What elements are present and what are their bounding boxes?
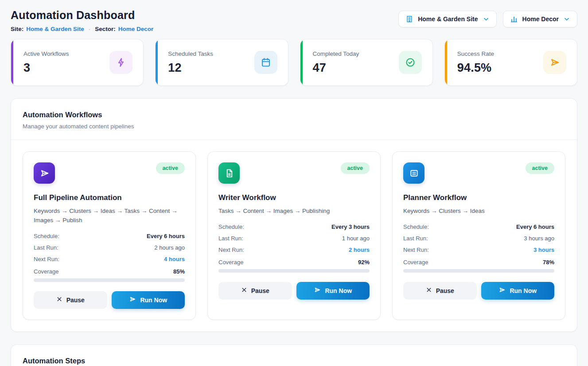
stat-label: Active Workflows [23,50,69,57]
pause-button[interactable]: Pause [403,282,477,300]
sector-selector-label: Home Decor [522,15,559,23]
accent-stripe [445,39,447,85]
stat-card-scheduled-tasks: Scheduled Tasks 12 [155,39,288,86]
coverage-progress-bar [34,278,185,282]
chevron-down-icon [563,15,570,23]
last-run-row: Last Run: 1 hour ago [218,235,370,242]
sector-link[interactable]: Home Decor [118,26,154,32]
stat-value: 94.5% [457,61,494,75]
schedule-row: Schedule: Every 6 hours [403,223,554,230]
stat-card-active-workflows: Active Workflows 3 [11,39,144,86]
accent-stripe [300,39,303,85]
stat-label: Success Rate [457,50,494,57]
send-icon [129,296,136,304]
workflow-card-planner: active Planner Workflow Keywords → Clust… [392,151,565,320]
calendar-icon [254,51,277,74]
send-icon [34,162,55,184]
run-now-button[interactable]: Run Now [296,282,370,300]
x-icon [56,296,62,304]
workflow-card-writer: active Writer Workflow Tasks → Content →… [207,151,381,320]
workflow-title: Writer Workflow [218,193,370,202]
check-circle-icon [399,51,422,74]
next-run-row: Next Run: 3 hours [403,247,554,253]
stat-card-success-rate: Success Rate 94.5% [444,39,577,86]
sector-selector-dropdown[interactable]: Home Decor [503,11,577,27]
header-actions: Home & Garden Site Home Decor [398,11,577,27]
automation-steps-header: Automation Steps Configure which steps a… [11,345,577,366]
sector-label: Sector: [95,26,116,32]
stat-value: 12 [168,61,213,75]
accent-stripe [156,39,158,85]
chevron-down-icon [483,15,490,23]
schedule-row: Schedule: Every 3 hours [218,223,370,230]
coverage-progress-fill [218,269,358,273]
stat-label: Completed Today [313,50,359,57]
last-run-row: Last Run: 3 hours ago [403,235,554,242]
breadcrumb: Site: Home & Garden Site · Sector: Home … [11,26,153,32]
schedule-row: Schedule: Every 6 hours [34,233,185,239]
workflow-pipeline: Keywords → Clusters → Ideas → Tasks → Co… [34,207,185,225]
coverage-block: Coverage 85% [34,268,185,282]
workflows-grid: active Full Pipeline Automation Keywords… [11,140,577,331]
next-run-row: Next Run: 4 hours [34,256,185,262]
stats-row: Active Workflows 3 Scheduled Tasks 12 Co… [11,39,577,86]
pause-button[interactable]: Pause [218,282,292,300]
coverage-value: 78% [543,259,554,266]
run-now-button[interactable]: Run Now [481,282,555,300]
workflows-panel: Automation Workflows Manage your automat… [11,98,577,332]
coverage-progress-bar [403,269,554,273]
automation-steps-title: Automation Steps [23,357,565,365]
x-icon [426,287,432,294]
last-run-row: Last Run: 2 hours ago [34,244,185,251]
coverage-value: 85% [173,268,185,275]
status-badge: active [156,162,185,174]
send-icon [543,51,566,74]
workflow-title: Full Pipeline Automation [34,193,185,202]
send-icon [314,286,321,295]
workflow-card-full-pipeline: active Full Pipeline Automation Keywords… [23,151,196,320]
stat-card-completed-today: Completed Today 47 [300,39,433,86]
site-label: Site: [11,26,23,32]
workflows-panel-header: Automation Workflows Manage your automat… [11,99,577,140]
accent-stripe [11,39,13,85]
coverage-block: Coverage 78% [403,259,554,273]
workflows-title: Automation Workflows [23,111,565,119]
separator-dot: · [87,26,93,32]
run-now-button[interactable]: Run Now [112,291,185,309]
site-link[interactable]: Home & Garden Site [26,26,84,32]
automation-steps-panel: Automation Steps Configure which steps a… [11,344,577,366]
x-icon [241,287,247,294]
send-icon [498,286,506,295]
pause-button[interactable]: Pause [34,291,107,309]
automation-dashboard-page: Automation Dashboard Site: Home & Garden… [0,0,588,366]
page-header: Automation Dashboard Site: Home & Garden… [11,9,577,32]
coverage-progress-fill [34,278,162,282]
workflows-subtitle: Manage your automated content pipelines [23,123,565,130]
coverage-progress-bar [218,269,370,273]
header-left: Automation Dashboard Site: Home & Garden… [11,9,153,32]
stat-value: 3 [23,61,69,75]
site-selector-label: Home & Garden Site [418,15,478,23]
coverage-value: 92% [358,259,370,266]
page-title: Automation Dashboard [11,9,153,22]
site-selector-dropdown[interactable]: Home & Garden Site [398,11,496,27]
building-icon [405,15,413,23]
bar-chart-icon [510,15,518,23]
coverage-progress-fill [403,269,521,273]
status-badge: active [526,162,554,174]
coverage-block: Coverage 92% [218,259,370,273]
stat-value: 47 [313,61,359,75]
lightning-icon [109,51,132,74]
next-run-row: Next Run: 2 hours [218,247,370,253]
list-icon [403,162,424,184]
workflow-title: Planner Workflow [403,193,554,202]
document-icon [218,162,240,184]
stat-label: Scheduled Tasks [168,50,213,57]
workflow-pipeline: Keywords → Clusters → Ideas [403,207,554,216]
status-badge: active [341,162,370,174]
workflow-pipeline: Tasks → Content → Images → Publishing [218,207,370,216]
